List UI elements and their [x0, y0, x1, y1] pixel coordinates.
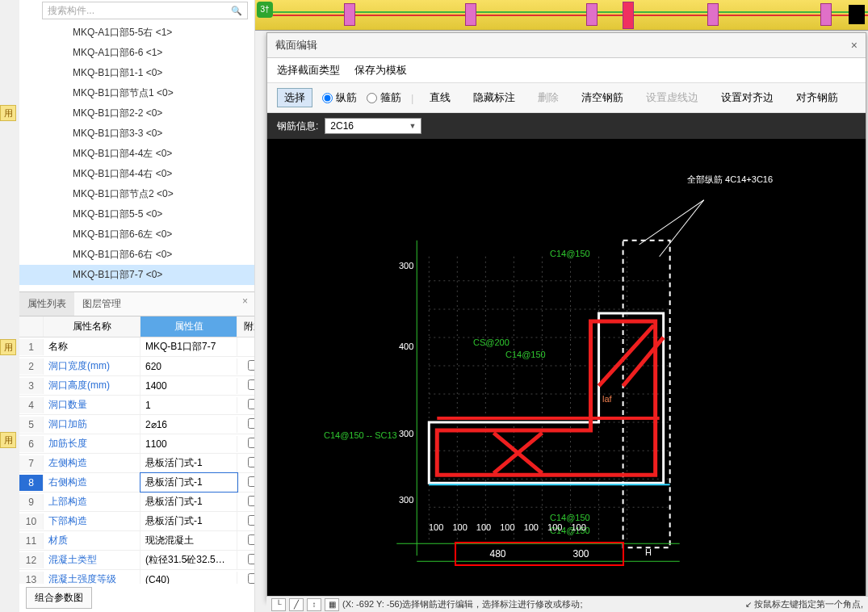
prop-check[interactable]	[237, 455, 254, 472]
close-icon[interactable]: ×	[851, 39, 858, 52]
prop-value[interactable]: 悬板活门式-1	[140, 512, 237, 530]
tab-properties[interactable]: 属性列表	[19, 292, 74, 316]
prop-check[interactable]	[237, 377, 254, 395]
tree-item[interactable]: MKQ-B1口部4-4右 <0>	[19, 164, 254, 184]
menu-save-template[interactable]: 保存为模板	[354, 63, 407, 78]
tool-icon-3[interactable]: ↕	[307, 598, 321, 611]
plan-view-ruler[interactable]: 3†	[255, 0, 868, 31]
side-tag-2: 用	[0, 339, 16, 355]
status-coords: (X: -692 Y: -56)选择钢筋进行编辑，选择标注进行修改或移动;	[342, 598, 582, 610]
tree-item[interactable]: MKQ-B1口部1-1 <0>	[19, 63, 254, 83]
prop-check[interactable]	[237, 435, 254, 453]
dim-400: 400	[399, 342, 413, 351]
side-tag-1: 用	[0, 105, 16, 121]
prop-value[interactable]: 1400	[140, 378, 237, 394]
prop-row[interactable]: 1名称MKQ-B1口部7-7	[19, 337, 254, 357]
prop-name: 洞口宽度(mm)	[44, 357, 140, 375]
column-marker[interactable]	[465, 3, 476, 26]
column-marker-active[interactable]	[623, 2, 634, 29]
prop-row[interactable]: 13混凝土强度等级(C40)	[19, 570, 254, 584]
tree-item[interactable]: MKQ-A1口部6-6 <1>	[19, 43, 254, 63]
dialog-menu: 选择截面类型 保存为模板	[267, 58, 866, 83]
combo-param-button[interactable]: 组合参数图	[26, 587, 92, 609]
menu-section-type[interactable]: 选择截面类型	[277, 63, 340, 78]
radio-label: 箍筋	[380, 90, 401, 105]
radio-longitudinal[interactable]: 纵筋	[322, 90, 357, 105]
tree-item[interactable]: MKQ-B1口部6-6右 <0>	[19, 245, 254, 265]
tree-item[interactable]: MKQ-B1口部节点2 <0>	[19, 184, 254, 204]
tree-item[interactable]: MKQ-B1口部6-6左 <0>	[19, 224, 254, 245]
property-header-row: 属性名称 属性值 附加	[19, 316, 254, 337]
tree-item[interactable]: MKQ-B1口部5-5 <0>	[19, 204, 254, 224]
prop-value[interactable]: (C40)	[140, 572, 237, 585]
prop-name: 下部构造	[44, 512, 140, 530]
tree-item[interactable]: MKQ-B1口部2-2 <0>	[19, 103, 254, 124]
tool-icon-1[interactable]: └	[271, 598, 286, 611]
prop-row[interactable]: 12混凝土类型(粒径31.5砼32.5…	[19, 551, 254, 570]
prop-row[interactable]: 10下部构造悬板活门式-1	[19, 512, 254, 531]
prop-value[interactable]: 1	[140, 397, 237, 413]
prop-value[interactable]: 1100	[140, 436, 237, 452]
tree-item[interactable]: MKQ-A1口部5-5右 <1>	[19, 23, 254, 43]
prop-row-selected[interactable]: 8右侧构造悬板活门式-1	[19, 473, 254, 493]
prop-value[interactable]: (粒径31.5砼32.5…	[140, 551, 237, 569]
close-icon[interactable]: ×	[236, 292, 254, 316]
prop-row[interactable]: 2洞口宽度(mm)620	[19, 357, 254, 376]
tool-icon-2[interactable]: ╱	[289, 598, 304, 611]
prop-value[interactable]: 悬板活门式-1	[140, 473, 237, 492]
tool-clear[interactable]: 清空钢筋	[575, 89, 630, 107]
radio-stirrup[interactable]: 箍筋	[367, 90, 401, 105]
tree-item[interactable]: MKQ-B1口部3-3 <0>	[19, 124, 254, 144]
prop-name: 右侧构造	[44, 473, 140, 492]
tool-icon-4[interactable]: ▦	[325, 598, 339, 611]
prop-check[interactable]	[237, 416, 254, 434]
label-laf: laf	[602, 394, 612, 404]
prop-row[interactable]: 6加筋长度1100	[19, 434, 254, 454]
prop-value[interactable]: 悬板活门式-1	[140, 454, 237, 472]
column-marker[interactable]	[707, 3, 719, 26]
prop-value[interactable]: 现浇混凝土	[140, 531, 237, 550]
prop-check[interactable]	[237, 551, 254, 569]
prop-check[interactable]	[237, 513, 254, 530]
tool-hide-anno[interactable]: 隐藏标注	[467, 89, 522, 107]
tool-snap-rebar[interactable]: 对齐钢筋	[790, 89, 845, 107]
prop-idx: 13	[19, 572, 44, 585]
prop-check[interactable]	[237, 532, 254, 550]
prop-check[interactable]	[237, 493, 254, 511]
prop-value[interactable]: MKQ-B1口部7-7	[140, 337, 237, 356]
prop-row[interactable]: 4洞口数量1	[19, 396, 254, 415]
prop-check[interactable]	[237, 358, 254, 375]
dialog-titlebar[interactable]: 截面编辑 ×	[267, 33, 866, 58]
rebar-select[interactable]: 2C16 ▼	[325, 118, 421, 134]
search-icon[interactable]: 🔍	[231, 6, 242, 16]
prop-name: 洞口加筋	[44, 415, 140, 434]
prop-row[interactable]: 7左侧构造悬板活门式-1	[19, 454, 254, 473]
prop-idx: 7	[19, 455, 44, 472]
column-marker[interactable]	[344, 3, 355, 26]
column-marker[interactable]	[820, 3, 832, 26]
tree-item-selected[interactable]: MKQ-B1口部7-7 <0>	[19, 265, 254, 285]
prop-row[interactable]: 3洞口高度(mm)1400	[19, 376, 254, 396]
prop-check[interactable]	[237, 474, 254, 492]
prop-row[interactable]: 9上部构造悬板活门式-1	[19, 493, 254, 512]
dialog-toolbar: 选择 纵筋 箍筋 | 直线 隐藏标注 删除 清空钢筋 设置虚线边 设置对齐边 对…	[267, 83, 866, 113]
prop-check[interactable]	[237, 396, 254, 414]
tree-item[interactable]: MKQ-B1口部节点1 <0>	[19, 83, 254, 103]
tool-select[interactable]: 选择	[277, 88, 312, 107]
prop-check[interactable]	[237, 571, 254, 585]
prop-value[interactable]: 悬板活门式-1	[140, 493, 237, 511]
prop-value[interactable]: 2⌀16	[140, 417, 237, 433]
prop-row[interactable]: 11材质现浇混凝土	[19, 531, 254, 551]
column-marker[interactable]	[586, 3, 598, 26]
search-input[interactable]: 搜索构件... 🔍	[42, 2, 248, 19]
prop-value[interactable]: 620	[140, 358, 237, 375]
marker-icon: 3†	[257, 2, 273, 18]
tree-item[interactable]: MKQ-B1口部4-4左 <0>	[19, 144, 254, 164]
cad-canvas[interactable]: 全部纵筋 4C14+3C16 C14@150 CS@200 C14@150 C1…	[267, 140, 866, 600]
tool-line[interactable]: 直线	[423, 89, 457, 107]
tool-align-edge[interactable]: 设置对齐边	[715, 89, 780, 107]
tab-layers[interactable]: 图层管理	[74, 292, 129, 316]
col-extra: 附加	[237, 316, 254, 337]
prop-row[interactable]: 5洞口加筋2⌀16	[19, 415, 254, 434]
dimension-box[interactable]: 480 300	[455, 542, 624, 566]
